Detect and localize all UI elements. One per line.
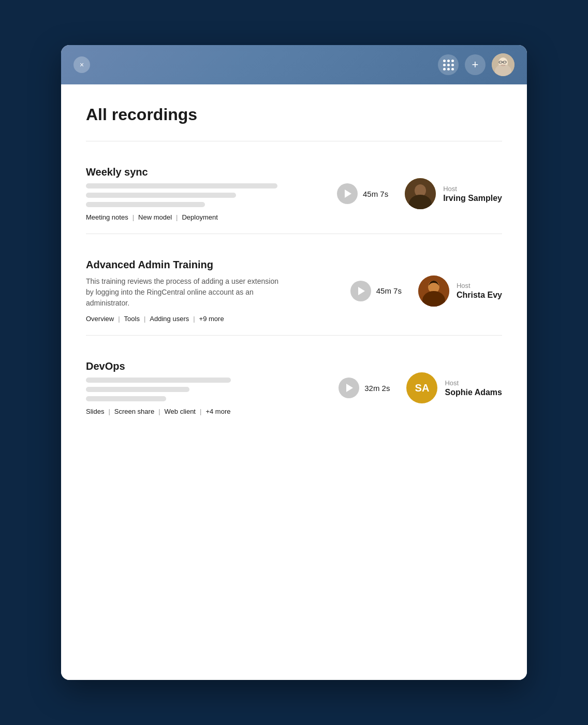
play-button-wrap: 45m 7s bbox=[337, 183, 388, 204]
recording-tags: Slides | Screen share | Web client | +4 … bbox=[86, 408, 326, 415]
tag[interactable]: Web client bbox=[165, 408, 196, 415]
tag[interactable]: Screen share bbox=[114, 408, 154, 415]
add-button[interactable]: + bbox=[465, 54, 486, 75]
tag-separator: | bbox=[193, 315, 195, 323]
plus-icon: + bbox=[472, 59, 479, 70]
host-avatar-initials: SA bbox=[406, 372, 437, 403]
tag-separator: | bbox=[144, 315, 145, 323]
recording-body: DevOps Slides | Screen share | Web clien… bbox=[86, 360, 502, 415]
play-button[interactable] bbox=[350, 281, 371, 301]
host-name: Christa Evy bbox=[457, 291, 502, 300]
recording-duration: 45m 7s bbox=[376, 286, 402, 295]
play-button[interactable] bbox=[337, 183, 358, 204]
tag-more[interactable]: +4 more bbox=[205, 408, 230, 415]
tag-separator: | bbox=[200, 408, 201, 415]
tag-more[interactable]: +9 more bbox=[199, 315, 224, 323]
host-info: SA Host Sophie Adams bbox=[406, 372, 502, 403]
recording-description: This training reviews the process of add… bbox=[86, 276, 283, 309]
host-label: Host bbox=[457, 282, 502, 289]
content: All recordings Weekly sync Meeting notes… bbox=[61, 84, 527, 680]
recording-title: DevOps bbox=[86, 360, 326, 372]
play-icon bbox=[345, 190, 351, 198]
host-text: Host Christa Evy bbox=[457, 282, 502, 300]
recording-tags: Overview | Tools | Adding users | +9 mor… bbox=[86, 315, 338, 323]
recording-meta: 45m 7s Host Irving Sampley bbox=[337, 178, 502, 209]
recording-tags: Meeting notes | New model | Deployment bbox=[86, 213, 325, 221]
tag[interactable]: Deployment bbox=[182, 213, 217, 221]
skeleton-line bbox=[86, 202, 205, 207]
recording-duration: 32m 2s bbox=[364, 384, 390, 393]
recording-body: Weekly sync Meeting notes | New model | … bbox=[86, 166, 502, 221]
skeleton-line bbox=[86, 396, 166, 401]
divider bbox=[86, 234, 502, 234]
recording-info: DevOps Slides | Screen share | Web clien… bbox=[86, 360, 326, 415]
tag-separator: | bbox=[108, 408, 110, 415]
host-label: Host bbox=[443, 185, 502, 193]
host-info: Host Christa Evy bbox=[418, 276, 502, 307]
play-icon bbox=[346, 384, 353, 392]
play-button-wrap: 32m 2s bbox=[339, 378, 390, 398]
header-left: × bbox=[74, 56, 90, 73]
recording-title: Advanced Admin Training bbox=[86, 259, 338, 271]
recording-meta: 32m 2s SA Host Sophie Adams bbox=[339, 372, 502, 403]
host-avatar bbox=[418, 276, 449, 307]
play-button-wrap: 45m 7s bbox=[350, 281, 402, 301]
tag-separator: | bbox=[158, 408, 160, 415]
user-avatar[interactable] bbox=[492, 53, 514, 76]
divider bbox=[86, 335, 502, 336]
tag[interactable]: Tools bbox=[124, 315, 140, 323]
host-name: Sophie Adams bbox=[445, 388, 502, 397]
host-name: Irving Sampley bbox=[443, 194, 502, 203]
recording-info: Advanced Admin Training This training re… bbox=[86, 259, 338, 323]
skeleton-line bbox=[86, 183, 277, 189]
recording-title: Weekly sync bbox=[86, 166, 325, 178]
close-button[interactable]: × bbox=[74, 56, 90, 73]
skeleton-line bbox=[86, 387, 189, 392]
host-text: Host Irving Sampley bbox=[443, 185, 502, 203]
play-button[interactable] bbox=[339, 378, 359, 398]
recording-item: DevOps Slides | Screen share | Web clien… bbox=[86, 348, 502, 428]
app-window: × + bbox=[61, 45, 527, 680]
recording-duration: 45m 7s bbox=[363, 190, 388, 198]
skeleton-lines bbox=[86, 378, 326, 401]
top-divider bbox=[86, 141, 502, 141]
tag[interactable]: Slides bbox=[86, 408, 104, 415]
header: × + bbox=[61, 45, 527, 84]
skeleton-line bbox=[86, 193, 236, 198]
grid-button[interactable] bbox=[438, 54, 459, 75]
tag[interactable]: Overview bbox=[86, 315, 114, 323]
grid-icon bbox=[443, 60, 454, 70]
page-title: All recordings bbox=[86, 105, 502, 124]
tag[interactable]: New model bbox=[138, 213, 172, 221]
close-icon: × bbox=[80, 61, 84, 69]
tag-separator: | bbox=[133, 213, 134, 221]
recording-meta: 45m 7s Hos bbox=[350, 276, 502, 307]
skeleton-line bbox=[86, 378, 231, 383]
tag-separator: | bbox=[176, 213, 178, 221]
host-avatar bbox=[405, 178, 436, 209]
recording-item: Advanced Admin Training This training re… bbox=[86, 247, 502, 335]
tag-separator: | bbox=[118, 315, 120, 323]
recording-item: Weekly sync Meeting notes | New model | … bbox=[86, 154, 502, 234]
recording-body: Advanced Admin Training This training re… bbox=[86, 259, 502, 323]
header-right: + bbox=[438, 53, 514, 76]
tag[interactable]: Adding users bbox=[150, 315, 189, 323]
skeleton-lines bbox=[86, 183, 325, 207]
host-label: Host bbox=[445, 379, 502, 387]
play-icon bbox=[358, 287, 365, 295]
host-text: Host Sophie Adams bbox=[445, 379, 502, 397]
tag[interactable]: Meeting notes bbox=[86, 213, 128, 221]
host-info: Host Irving Sampley bbox=[405, 178, 502, 209]
recording-info: Weekly sync Meeting notes | New model | … bbox=[86, 166, 325, 221]
